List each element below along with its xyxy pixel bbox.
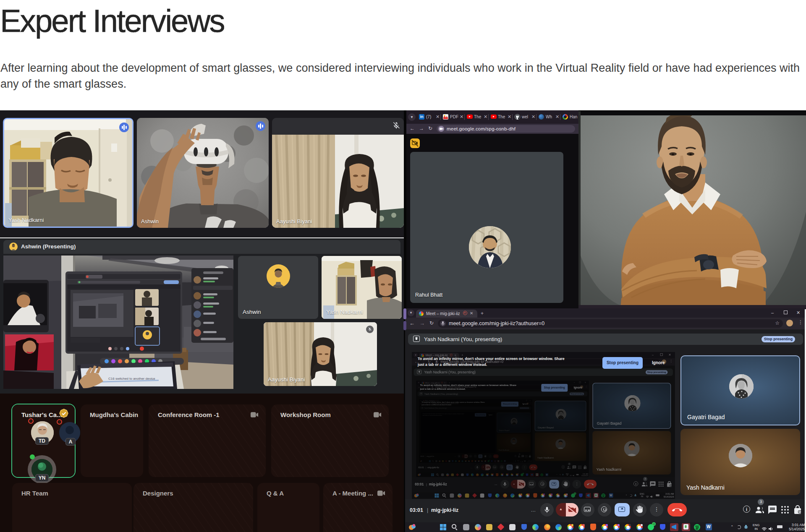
svg-text:C16 switched to another device: C16 switched to another device bbox=[108, 377, 155, 381]
